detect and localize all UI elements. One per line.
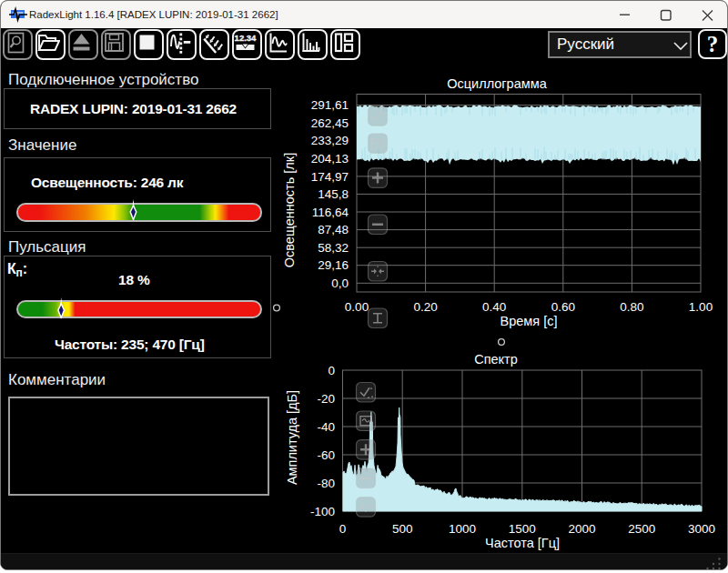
svg-text:1000: 1000 — [449, 522, 476, 536]
svg-text:Осциллограмма: Осциллограмма — [447, 76, 547, 91]
svg-text:0.40: 0.40 — [482, 300, 506, 314]
svg-text:1.00: 1.00 — [689, 300, 713, 314]
svg-text:1500: 1500 — [509, 522, 536, 536]
svg-text:-40: -40 — [317, 420, 335, 434]
svg-text:0: 0 — [339, 522, 347, 536]
svg-text:87,48: 87,48 — [318, 223, 349, 236]
svg-text:3000: 3000 — [688, 522, 715, 536]
svg-text:Частота [Гц]: Частота [Гц] — [485, 536, 560, 550]
svg-text:0.20: 0.20 — [413, 300, 437, 314]
svg-text:204,13: 204,13 — [311, 152, 349, 166]
svg-text:0.80: 0.80 — [620, 300, 643, 314]
svg-text:-60: -60 — [317, 448, 335, 462]
svg-text:291,61: 291,61 — [311, 98, 349, 112]
svg-text:Освещенность [лк]: Освещенность [лк] — [282, 153, 297, 267]
svg-text:2000: 2000 — [568, 522, 595, 536]
svg-text:0.00: 0.00 — [345, 300, 369, 314]
svg-text:Амплитуда [дБ]: Амплитуда [дБ] — [285, 390, 299, 485]
svg-text:Спектр: Спектр — [474, 352, 518, 367]
svg-text:0.60: 0.60 — [551, 300, 575, 314]
svg-text:0: 0 — [328, 364, 335, 377]
svg-text:Время [с]: Время [с] — [500, 314, 558, 328]
svg-text:262,45: 262,45 — [311, 116, 349, 130]
svg-text:145,8: 145,8 — [318, 187, 349, 201]
svg-text:233,29: 233,29 — [311, 134, 349, 147]
svg-text:2500: 2500 — [628, 522, 655, 536]
svg-text:500: 500 — [392, 522, 413, 536]
svg-text:29,16: 29,16 — [318, 258, 349, 272]
svg-text:116,64: 116,64 — [312, 206, 349, 219]
svg-text:-80: -80 — [317, 477, 335, 490]
svg-text:-20: -20 — [317, 392, 335, 406]
svg-text:174,97: 174,97 — [311, 170, 349, 184]
svg-text:0,0: 0,0 — [331, 276, 349, 290]
svg-text:58,32: 58,32 — [318, 241, 349, 255]
svg-text:-100: -100 — [310, 505, 335, 518]
